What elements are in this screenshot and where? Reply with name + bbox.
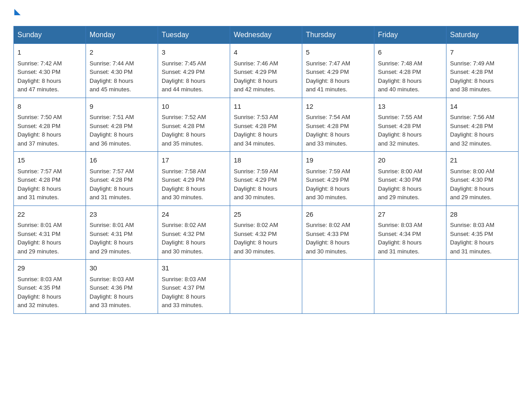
sunrise-label: Sunrise: 7:52 AM — [162, 114, 206, 120]
sunset-label: Sunset: 4:28 PM — [306, 123, 349, 129]
header-saturday: Saturday — [446, 26, 519, 44]
header-monday: Monday — [86, 26, 158, 44]
calendar-cell: 28 Sunrise: 8:03 AM Sunset: 4:35 PM Dayl… — [446, 206, 519, 260]
daylight-label: Daylight: 8 hoursand 30 minutes. — [306, 239, 350, 255]
calendar-cell: 21 Sunrise: 8:00 AM Sunset: 4:30 PM Dayl… — [446, 152, 519, 206]
sunrise-label: Sunrise: 8:01 AM — [17, 222, 62, 228]
daylight-label: Daylight: 8 hoursand 45 minutes. — [90, 77, 133, 93]
day-number: 20 — [378, 155, 442, 166]
daylight-label: Daylight: 8 hoursand 34 minutes. — [234, 131, 278, 147]
sunset-label: Sunset: 4:29 PM — [234, 176, 277, 183]
calendar-week-4: 22 Sunrise: 8:01 AM Sunset: 4:31 PM Dayl… — [14, 206, 519, 260]
calendar-cell — [302, 260, 374, 314]
sunrise-label: Sunrise: 7:42 AM — [17, 60, 62, 67]
sunset-label: Sunset: 4:33 PM — [306, 231, 349, 237]
day-number: 13 — [378, 102, 442, 112]
day-number: 1 — [17, 47, 82, 58]
calendar-cell: 25 Sunrise: 8:02 AM Sunset: 4:32 PM Dayl… — [230, 206, 302, 260]
daylight-label: Daylight: 8 hoursand 32 minutes. — [17, 293, 61, 309]
calendar-cell: 9 Sunrise: 7:51 AM Sunset: 4:28 PM Dayli… — [86, 98, 158, 152]
daylight-label: Daylight: 8 hoursand 29 minutes. — [450, 185, 494, 201]
daylight-label: Daylight: 8 hoursand 29 minutes. — [17, 239, 61, 255]
calendar-week-2: 8 Sunrise: 7:50 AM Sunset: 4:28 PM Dayli… — [14, 98, 519, 152]
calendar-cell: 26 Sunrise: 8:02 AM Sunset: 4:33 PM Dayl… — [302, 206, 374, 260]
sunrise-label: Sunrise: 8:02 AM — [306, 222, 350, 228]
day-number: 15 — [17, 155, 82, 166]
sunset-label: Sunset: 4:28 PM — [17, 176, 60, 183]
day-number: 29 — [17, 263, 82, 274]
calendar-week-1: 1 Sunrise: 7:42 AM Sunset: 4:30 PM Dayli… — [14, 44, 519, 98]
day-number: 22 — [17, 210, 82, 220]
sunrise-label: Sunrise: 7:57 AM — [90, 168, 134, 175]
day-number: 21 — [450, 155, 515, 166]
sunset-label: Sunset: 4:28 PM — [234, 123, 277, 129]
sunset-label: Sunset: 4:28 PM — [450, 68, 493, 75]
daylight-label: Daylight: 8 hoursand 41 minutes. — [306, 77, 350, 93]
daylight-label: Daylight: 8 hoursand 30 minutes. — [234, 239, 278, 255]
calendar-cell: 6 Sunrise: 7:48 AM Sunset: 4:28 PM Dayli… — [374, 44, 446, 98]
calendar-week-5: 29 Sunrise: 8:03 AM Sunset: 4:35 PM Dayl… — [14, 260, 519, 314]
calendar-cell: 1 Sunrise: 7:42 AM Sunset: 4:30 PM Dayli… — [14, 44, 86, 98]
daylight-label: Daylight: 8 hoursand 29 minutes. — [378, 185, 422, 201]
sunset-label: Sunset: 4:37 PM — [162, 284, 205, 291]
sunset-label: Sunset: 4:29 PM — [162, 176, 205, 183]
day-number: 19 — [306, 155, 370, 166]
calendar-cell: 29 Sunrise: 8:03 AM Sunset: 4:35 PM Dayl… — [14, 260, 86, 314]
sunset-label: Sunset: 4:28 PM — [90, 176, 133, 183]
daylight-label: Daylight: 8 hoursand 31 minutes. — [17, 185, 61, 201]
calendar-week-3: 15 Sunrise: 7:57 AM Sunset: 4:28 PM Dayl… — [14, 152, 519, 206]
sunset-label: Sunset: 4:35 PM — [450, 231, 493, 237]
day-number: 12 — [306, 102, 370, 112]
sunset-label: Sunset: 4:30 PM — [17, 68, 60, 75]
daylight-label: Daylight: 8 hoursand 33 minutes. — [306, 131, 350, 147]
sunset-label: Sunset: 4:29 PM — [162, 68, 205, 75]
day-number: 30 — [90, 263, 154, 274]
daylight-label: Daylight: 8 hoursand 32 minutes. — [378, 131, 422, 147]
sunrise-label: Sunrise: 7:47 AM — [306, 60, 350, 67]
sunset-label: Sunset: 4:28 PM — [378, 68, 421, 75]
sunrise-label: Sunrise: 8:00 AM — [378, 168, 422, 175]
calendar-cell: 10 Sunrise: 7:52 AM Sunset: 4:28 PM Dayl… — [158, 98, 230, 152]
daylight-label: Daylight: 8 hoursand 33 minutes. — [162, 293, 206, 309]
day-number: 28 — [450, 210, 515, 220]
sunset-label: Sunset: 4:28 PM — [450, 123, 493, 129]
sunrise-label: Sunrise: 7:55 AM — [378, 114, 422, 120]
day-number: 9 — [90, 102, 154, 112]
sunrise-label: Sunrise: 8:03 AM — [378, 222, 422, 228]
sunset-label: Sunset: 4:32 PM — [234, 231, 277, 237]
day-number: 10 — [162, 102, 226, 112]
day-number: 11 — [234, 102, 298, 112]
day-number: 24 — [162, 210, 226, 220]
sunrise-label: Sunrise: 8:02 AM — [162, 222, 206, 228]
sunset-label: Sunset: 4:31 PM — [17, 231, 60, 237]
daylight-label: Daylight: 8 hoursand 33 minutes. — [90, 293, 133, 309]
day-number: 31 — [162, 263, 226, 274]
daylight-label: Daylight: 8 hoursand 31 minutes. — [90, 185, 133, 201]
daylight-label: Daylight: 8 hoursand 47 minutes. — [17, 77, 61, 93]
sunset-label: Sunset: 4:32 PM — [162, 231, 205, 237]
calendar-cell: 31 Sunrise: 8:03 AM Sunset: 4:37 PM Dayl… — [158, 260, 230, 314]
daylight-label: Daylight: 8 hoursand 32 minutes. — [450, 131, 494, 147]
calendar-cell: 8 Sunrise: 7:50 AM Sunset: 4:28 PM Dayli… — [14, 98, 86, 152]
day-number: 8 — [17, 102, 82, 112]
page-header — [13, 9, 519, 17]
calendar-cell: 30 Sunrise: 8:03 AM Sunset: 4:36 PM Dayl… — [86, 260, 158, 314]
day-number: 4 — [234, 47, 298, 58]
day-number: 17 — [162, 155, 226, 166]
sunrise-label: Sunrise: 7:59 AM — [234, 168, 278, 175]
sunrise-label: Sunrise: 8:00 AM — [450, 168, 494, 175]
sunset-label: Sunset: 4:28 PM — [90, 123, 133, 129]
day-number: 26 — [306, 210, 370, 220]
sunset-label: Sunset: 4:29 PM — [306, 176, 349, 183]
sunrise-label: Sunrise: 8:03 AM — [450, 222, 494, 228]
header-wednesday: Wednesday — [230, 26, 302, 44]
calendar-cell: 3 Sunrise: 7:45 AM Sunset: 4:29 PM Dayli… — [158, 44, 230, 98]
sunset-label: Sunset: 4:34 PM — [378, 231, 421, 237]
day-number: 25 — [234, 210, 298, 220]
calendar-cell: 22 Sunrise: 8:01 AM Sunset: 4:31 PM Dayl… — [14, 206, 86, 260]
header-tuesday: Tuesday — [158, 26, 230, 44]
calendar-cell — [230, 260, 302, 314]
sunrise-label: Sunrise: 8:03 AM — [90, 276, 134, 283]
daylight-label: Daylight: 8 hoursand 44 minutes. — [162, 77, 206, 93]
daylight-label: Daylight: 8 hoursand 30 minutes. — [234, 185, 278, 201]
